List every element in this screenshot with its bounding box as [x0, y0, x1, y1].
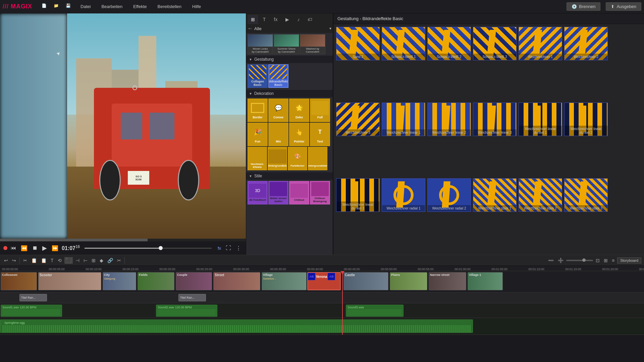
effect-weichzeichner-stark-1[interactable]: Weichzeichner stark 1 [473, 178, 517, 212]
fit-button[interactable]: ⊡ [594, 257, 601, 264]
effect-schwarz-weiss-1[interactable]: Schwarz-Weiß 1 [382, 27, 425, 60]
fast-forward-button[interactable]: ⏩ [50, 244, 60, 252]
effects-bildrand-basic[interactable]: Bildrandeffekte Basic [268, 64, 288, 88]
effects-tab-music[interactable]: ♪ [293, 15, 304, 24]
new-file-icon[interactable]: 📄 [42, 3, 48, 10]
effects-collagen-basic[interactable]: Collagen Basic [248, 64, 268, 88]
audio-clip-sound3[interactable]: Sound3.wav [346, 305, 404, 317]
effect-sand-2[interactable]: Sand 2 [336, 27, 380, 60]
undo-button[interactable]: ↩ [3, 257, 9, 264]
effect-weichzeichner-stark-2[interactable]: Weichzeichner stark 2 [519, 178, 562, 212]
effect-weichzeichner-radial-2[interactable]: Weichzeichner radial 2 [427, 178, 471, 212]
export-button[interactable]: ⬆ Ausgeben [606, 2, 641, 11]
effects-border[interactable]: Border [248, 99, 268, 122]
progress-bar[interactable] [85, 248, 212, 249]
effects-comee[interactable]: 💬 Comee [268, 99, 288, 122]
clip-verona[interactable]: AB Verona AB [307, 272, 341, 290]
timeline-ruler[interactable]: 00:00:00:00 00:00:05:00 00:00:10:00 00:0… [0, 266, 644, 271]
effect-weichzeichner-linear-1[interactable]: Weichzeichner linear 1 [382, 103, 425, 136]
effects-fun[interactable]: 🎉 Fun [248, 123, 268, 146]
menu-datei[interactable]: Datei [78, 3, 93, 10]
effects-section-dekoration-header[interactable]: ▼ Dekoration [246, 90, 333, 97]
effects-chillout[interactable]: Chillout [289, 181, 309, 204]
preview-scrub-bar[interactable] [0, 239, 246, 241]
effects-tab-text[interactable]: T [259, 15, 270, 24]
clip-narrow-street[interactable]: Narrow street [429, 272, 466, 290]
effects-3d-fotofilsch[interactable]: 3D 3D Fotofilsch [248, 181, 268, 204]
track-height-button[interactable]: ≡ [610, 257, 616, 264]
multicam-tool[interactable]: ⊞ [90, 257, 97, 264]
rotation-handle[interactable] [132, 85, 137, 90]
effects-section-gestaltung-header[interactable]: ▼ Gestaltung [246, 56, 333, 63]
zoom-slider[interactable] [566, 260, 593, 261]
preview-menu-button[interactable]: ⋮ [234, 244, 243, 252]
play-button[interactable]: ▶ [41, 244, 48, 252]
effect-weichzeichner-radial-1[interactable]: Weichzeichner radial 1 [382, 178, 425, 212]
open-folder-icon[interactable]: 📁 [54, 3, 60, 10]
effects-expand-icon[interactable]: ▾ [329, 26, 331, 31]
effects-text[interactable]: T Text [310, 123, 330, 146]
clip-castle[interactable]: Castle [343, 272, 388, 290]
effect-weichzeichner-linear-3[interactable]: Weichzeichner linear 3 [473, 103, 517, 136]
effects-bilder-lernen[interactable]: Bilder lernen laufen [268, 181, 288, 204]
effects-hintergrund[interactable]: Hintergrundbild [268, 147, 287, 170]
link-tool[interactable]: 🔗 [106, 257, 114, 264]
keyframe-tool[interactable]: ◆ [98, 257, 105, 264]
fx-button[interactable]: fx [216, 245, 222, 251]
save-icon[interactable]: 💾 [66, 3, 72, 10]
select-tool[interactable]: ⬛ [64, 257, 73, 264]
menu-effekte[interactable]: Effekte [130, 3, 149, 10]
effect-weichzeichner-1[interactable]: Weichzeichner 1 [519, 27, 562, 60]
clip-village-1[interactable]: Village 1 [468, 272, 503, 290]
ripple-tool[interactable]: ⊢ [82, 257, 89, 264]
effects-summer-shore[interactable]: Summer Shoreby CameraMX [274, 34, 299, 54]
effect-weichzeichner-linear-dunkel-3[interactable]: Weichzeichner linear dunkel 3 [336, 178, 380, 212]
clip-scooter[interactable]: Scooter [38, 272, 101, 290]
effect-weichzeichner-linear-2[interactable]: Weichzeichner linear 2 [427, 103, 471, 136]
springtime-clip[interactable]: Springtime.ogg [0, 319, 473, 333]
clip-village-selective[interactable]: Village Selektive... [262, 272, 307, 290]
effects-tab-tag[interactable]: 🏷 [305, 15, 315, 24]
effects-tab-play[interactable]: ▶ [282, 15, 292, 24]
effects-mix[interactable]: Mix [268, 123, 288, 146]
menu-bereitstellen[interactable]: Bereitstellen [155, 3, 184, 10]
storyboard-button[interactable]: Storyboard [617, 257, 641, 263]
effects-hochkant[interactable]: Hochkant-Effekte [248, 147, 267, 170]
clip-fields[interactable]: Fields [138, 272, 174, 290]
audio-clip-sound2[interactable]: Sound2.wav 120.00 BPM [156, 305, 217, 317]
title-clip-2[interactable]: Titel Ran... [178, 294, 206, 301]
menu-bearbeiten[interactable]: Bearbeiten [99, 3, 125, 10]
trim-tool[interactable]: ⊣ [74, 257, 81, 264]
effects-section-stile-header[interactable]: ▼ Stile [246, 172, 333, 180]
menu-hilfe[interactable]: Hilfe [190, 3, 204, 10]
effect-weichzeichner-stark-3[interactable]: Weichzeichner stark 3 [564, 178, 608, 212]
burn-button[interactable]: 💿 Brennen [567, 2, 600, 11]
ripple-fit-button[interactable]: ⊞ [602, 257, 609, 264]
rotate-tool[interactable]: ⟲ [56, 257, 63, 264]
effects-full[interactable]: Full [310, 99, 330, 122]
text-tool[interactable]: T [49, 257, 55, 264]
effect-weichzeichner-3[interactable]: Weichzeichner 3 [336, 103, 380, 136]
effect-weichzeichner-linear-dunkel-2[interactable]: Weichzeichner linear dunkel 2 [564, 103, 608, 136]
effect-weichzeichner-linear-dunkel-1[interactable]: Weichzeichner linear dunkel 1 [519, 103, 562, 136]
clip-street[interactable]: Street [213, 272, 260, 290]
fullscreen-button[interactable]: ⛶ [224, 244, 232, 252]
effect-schwarz-weiss-3[interactable]: Schwarz-Weiß 3 [473, 27, 517, 60]
clip-colloseum[interactable]: Colloseum [1, 272, 37, 290]
effects-movie-looks[interactable]: Movie Looksby CameraMX [248, 34, 273, 54]
zoom-in-button[interactable]: ➕ [556, 257, 565, 264]
copy-button[interactable]: 📋 [30, 257, 38, 264]
effects-tab-fx[interactable]: fx [270, 15, 281, 24]
effects-chillout-bewegung[interactable]: Chillout-Bewegung [310, 181, 330, 204]
clip-plains[interactable]: Plains [390, 272, 427, 290]
delete-button[interactable]: ✂ [22, 257, 29, 264]
effects-farbfacher[interactable]: 🎨 Farbfächer [288, 147, 307, 170]
effects-deko[interactable]: 🌟 Deko [289, 99, 309, 122]
audio-clip-sound1[interactable]: Sound1.wav 120.00 BPM // Generate wavefo… [1, 305, 62, 317]
skip-to-start-button[interactable]: ⏮ [9, 244, 17, 252]
effect-schwarz-weiss-2[interactable]: Schwarz-Weiß 2 [427, 27, 471, 60]
clip-city[interactable]: City Sättigung [103, 272, 136, 290]
redo-button[interactable]: ↪ [11, 257, 17, 264]
zoom-out-button[interactable]: ➖ [547, 257, 555, 264]
effects-tab-grid[interactable]: ⊞ [248, 15, 258, 24]
